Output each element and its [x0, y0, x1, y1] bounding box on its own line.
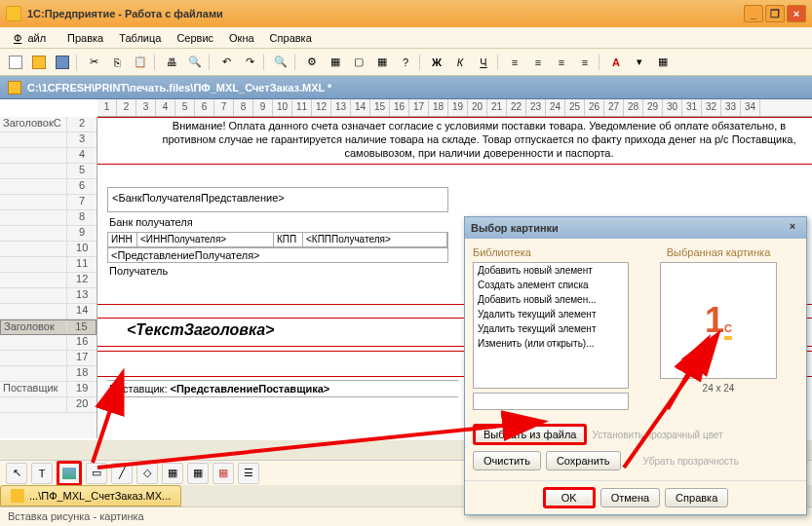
col-header[interactable]: 19 — [448, 99, 468, 116]
col-header[interactable]: 13 — [331, 99, 351, 116]
cell-bank[interactable]: <БанкПолучателяПредставление> — [107, 187, 448, 212]
tool-icon[interactable]: ? — [396, 53, 415, 72]
menu-edit[interactable]: Правка — [61, 30, 109, 46]
col-header[interactable]: 23 — [526, 99, 546, 116]
list-item[interactable]: Удалить текущий элемент — [474, 321, 628, 336]
col-header[interactable]: 1 — [97, 99, 117, 116]
cut-icon[interactable]: ✂ — [84, 53, 103, 72]
col-header[interactable]: 34 — [741, 99, 760, 116]
list-item[interactable]: Добавить новый элемен... — [474, 292, 628, 307]
row-num[interactable]: 9 — [67, 226, 97, 241]
list-item[interactable]: Удалить текущий элемент — [474, 307, 628, 321]
row-num[interactable]: 4 — [67, 148, 97, 163]
row-num[interactable]: 7 — [67, 195, 97, 209]
col-header[interactable]: 5 — [175, 99, 195, 116]
col-header[interactable]: 26 — [585, 99, 604, 116]
print-icon[interactable]: 🖶 — [162, 53, 181, 72]
rect-icon[interactable]: ▭ — [86, 463, 107, 484]
new-icon[interactable] — [6, 53, 25, 72]
ok-button[interactable]: OK — [543, 487, 596, 508]
italic-icon[interactable]: К — [450, 53, 470, 72]
cursor-icon[interactable]: ↖ — [6, 463, 27, 484]
col-header[interactable]: 3 — [136, 99, 156, 116]
cancel-button[interactable]: Отмена — [600, 488, 660, 507]
row-num[interactable]: 2 — [67, 117, 97, 132]
line-icon[interactable]: ╱ — [111, 463, 133, 484]
row-inn-kpp[interactable]: ИНН <ИННПолучателя> КПП <КПППолучателя> — [107, 232, 448, 247]
tool-icon[interactable]: ▦ — [372, 53, 392, 72]
dialog-close-button[interactable]: × — [785, 220, 800, 236]
row-num[interactable]: 11 — [67, 257, 97, 272]
col-header[interactable]: 14 — [351, 99, 370, 116]
col-header[interactable]: 24 — [546, 99, 565, 116]
list-item[interactable]: Изменить (или открыть)... — [474, 336, 628, 351]
menu-windows[interactable]: Окна — [223, 30, 260, 46]
row-num[interactable]: 19 — [67, 382, 97, 396]
row-num[interactable]: 20 — [67, 397, 97, 412]
preview-icon[interactable]: 🔍 — [185, 53, 205, 72]
menu-service[interactable]: Сервис — [171, 30, 219, 46]
minimize-button[interactable]: _ — [744, 5, 763, 22]
menu-file[interactable]: Файл — [8, 30, 58, 46]
col-header[interactable]: 31 — [682, 99, 702, 116]
col-header[interactable]: 22 — [507, 99, 526, 116]
clear-button[interactable]: Очистить — [473, 451, 541, 470]
col-header[interactable]: 9 — [253, 99, 273, 116]
col-header[interactable]: 25 — [565, 99, 585, 116]
title-text[interactable]: <ТекстЗаголовка> — [127, 321, 274, 339]
col-header[interactable]: 10 — [273, 99, 292, 116]
menu-help[interactable]: Справка — [264, 30, 318, 46]
row-num[interactable]: 15 — [67, 320, 96, 334]
grid-icon[interactable]: ▦ — [162, 463, 183, 484]
align-justify-icon[interactable]: ≡ — [575, 53, 595, 72]
paste-icon[interactable]: 📋 — [131, 53, 150, 72]
col-header[interactable]: 21 — [487, 99, 507, 116]
col-header[interactable]: 2 — [117, 99, 136, 116]
open-icon[interactable] — [29, 53, 49, 72]
redo-icon[interactable]: ↷ — [240, 53, 259, 72]
border-icon[interactable]: ▦ — [653, 53, 673, 72]
supplier-row[interactable]: Поставщик: <ПредставлениеПоставщика> — [107, 380, 458, 397]
maximize-button[interactable]: ❐ — [765, 5, 785, 22]
row-num[interactable]: 6 — [67, 179, 97, 194]
help-button[interactable]: Справка — [665, 488, 728, 507]
col-header[interactable]: 7 — [214, 99, 234, 116]
more-icon[interactable]: ☰ — [238, 463, 259, 484]
zoom-icon[interactable]: 🔍 — [271, 53, 290, 72]
cell-pred[interactable]: <ПредставлениеПолучателя> — [107, 247, 448, 263]
col-header[interactable]: 33 — [721, 99, 741, 116]
col-header[interactable]: 29 — [643, 99, 663, 116]
menu-table[interactable]: Таблица — [113, 30, 167, 46]
copy-icon[interactable]: ⎘ — [107, 53, 127, 72]
row-num[interactable]: 16 — [67, 335, 97, 350]
col-header[interactable]: 11 — [292, 99, 312, 116]
tool-icon[interactable]: ⚙ — [302, 53, 322, 72]
col-header[interactable]: 8 — [234, 99, 253, 116]
row-num[interactable]: 17 — [67, 351, 97, 365]
font-color-icon[interactable]: А — [606, 53, 626, 72]
close-button[interactable]: × — [787, 5, 806, 22]
col-header[interactable]: 27 — [604, 99, 624, 116]
col-header[interactable]: 20 — [468, 99, 487, 116]
shape-icon[interactable]: ◇ — [136, 463, 158, 484]
col-header[interactable]: 30 — [663, 99, 682, 116]
underline-icon[interactable]: Ч — [474, 53, 493, 72]
save-button[interactable]: Сохранить — [546, 451, 621, 470]
bold-icon[interactable]: Ж — [427, 53, 446, 72]
row-num[interactable]: 10 — [67, 242, 97, 256]
library-list[interactable]: Добавить новый элемент Создать элемент с… — [473, 262, 629, 389]
search-input[interactable] — [473, 393, 629, 410]
col-header[interactable]: 15 — [370, 99, 390, 116]
col-header[interactable]: 18 — [429, 99, 448, 116]
col-header[interactable]: 12 — [312, 99, 331, 116]
row-num[interactable]: 12 — [67, 273, 97, 287]
taskbar-tab[interactable]: ...\ПФ_MXL_СчетЗаказ.MX... — [0, 485, 181, 507]
align-right-icon[interactable]: ≡ — [552, 53, 571, 72]
tool-icon[interactable]: ▦ — [326, 53, 345, 72]
grid2-icon[interactable]: ▦ — [187, 463, 209, 484]
col-header[interactable]: 32 — [702, 99, 721, 116]
row-num[interactable]: 18 — [67, 366, 97, 381]
col-header[interactable]: 6 — [195, 99, 214, 116]
row-num[interactable]: 3 — [67, 132, 97, 147]
choose-file-button[interactable]: Выбрать из файла — [473, 424, 587, 445]
